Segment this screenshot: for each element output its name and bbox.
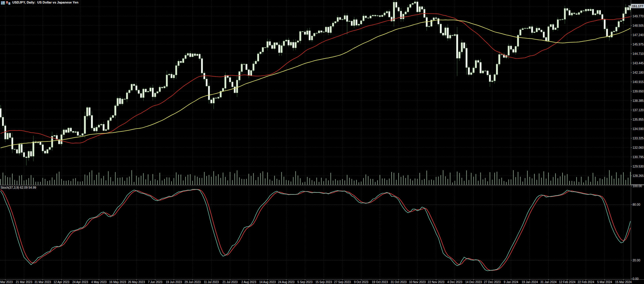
chart-title-bar: USDJPY, Daily: US Dollar vs Japanese Yen xyxy=(1,0,78,4)
current-price-box: 151.177 xyxy=(631,4,644,8)
time-axis[interactable] xyxy=(0,279,644,284)
chart-icon[interactable] xyxy=(6,1,10,4)
stochastic-indicator-label: Stoch(37,3,9) 62.09 54.99 xyxy=(1,186,36,189)
stochastic-panel-area[interactable] xyxy=(0,185,631,279)
main-chart-area[interactable] xyxy=(0,0,631,185)
chart-title: USDJPY, Daily: US Dollar vs Japanese Yen xyxy=(12,1,78,4)
market-watch-icon-glyph xyxy=(1,1,5,5)
price-axis[interactable] xyxy=(631,0,644,279)
chart-icon-glyph xyxy=(6,1,10,5)
market-watch-icon[interactable] xyxy=(1,1,5,4)
chart-window: 149.770148.505147.240145.975144.710143.4… xyxy=(0,0,644,284)
